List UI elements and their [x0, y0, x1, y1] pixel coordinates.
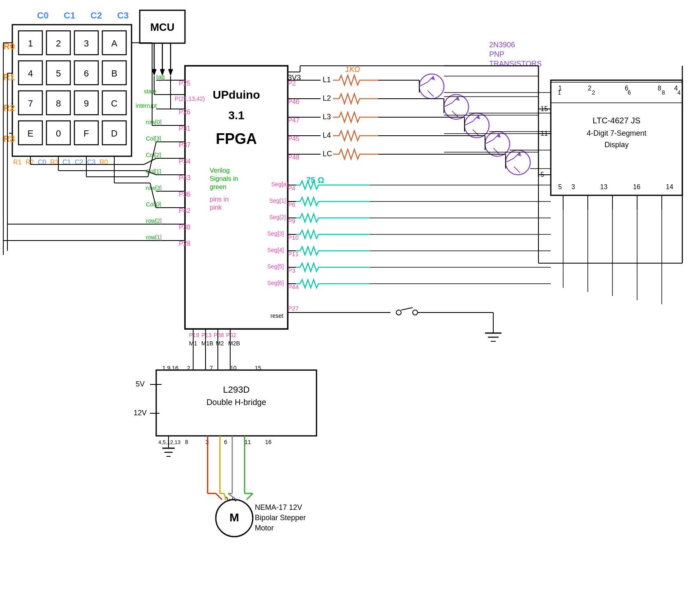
svg-text:5: 5 — [56, 68, 61, 79]
svg-text:1KΩ: 1KΩ — [345, 65, 360, 74]
svg-text:Seg[4]: Seg[4] — [267, 247, 284, 253]
svg-text:R1: R1 — [13, 159, 22, 166]
svg-text:P44: P44 — [288, 283, 299, 290]
svg-text:row[0]: row[0] — [146, 119, 162, 125]
svg-text:P46: P46 — [288, 98, 300, 105]
svg-text:Seg[1]: Seg[1] — [269, 197, 286, 204]
svg-text:R2: R2 — [3, 103, 15, 113]
svg-text:L4: L4 — [323, 131, 331, 139]
svg-text:8: 8 — [662, 89, 665, 96]
svg-text:Motor: Motor — [255, 524, 274, 532]
svg-text:P10: P10 — [288, 234, 299, 241]
svg-text:7: 7 — [28, 98, 33, 109]
svg-text:L2: L2 — [323, 94, 331, 102]
svg-text:Signals in: Signals in — [210, 175, 238, 182]
svg-text:P42: P42 — [179, 207, 191, 214]
svg-text:Display: Display — [604, 141, 628, 149]
svg-text:P34: P34 — [179, 158, 191, 165]
svg-text:Seg[5]: Seg[5] — [267, 263, 284, 270]
svg-text:2N3906: 2N3906 — [489, 41, 515, 49]
svg-text:L1: L1 — [323, 76, 331, 84]
svg-text:row[3]: row[3] — [146, 185, 162, 191]
svg-point-232 — [413, 310, 418, 315]
svg-text:P38: P38 — [214, 332, 224, 338]
svg-text:P25: P25 — [179, 80, 191, 87]
svg-text:12V: 12V — [134, 409, 147, 417]
svg-text:green: green — [210, 183, 226, 190]
svg-text:15: 15 — [255, 365, 261, 371]
svg-text:P28: P28 — [179, 240, 191, 247]
svg-text:Seg[3]: Seg[3] — [267, 230, 284, 237]
svg-text:reset: reset — [270, 313, 283, 319]
svg-text:P36: P36 — [179, 191, 191, 198]
svg-text:P11: P11 — [288, 250, 299, 257]
svg-text:P13: P13 — [201, 332, 212, 338]
svg-text:2: 2 — [592, 89, 595, 96]
svg-text:Verilog: Verilog — [210, 167, 230, 174]
svg-text:P9: P9 — [288, 218, 295, 225]
svg-text:TRANSISTORS: TRANSISTORS — [489, 60, 542, 68]
svg-text:P43: P43 — [179, 174, 191, 181]
svg-text:row[1]: row[1] — [146, 234, 162, 241]
svg-text:11: 11 — [245, 439, 251, 445]
svg-text:8: 8 — [56, 98, 61, 109]
svg-text:row[2]: row[2] — [146, 218, 162, 224]
svg-text:Seg[a]: Seg[a] — [271, 181, 288, 188]
svg-text:M2: M2 — [216, 340, 224, 347]
svg-text:1,9,16: 1,9,16 — [162, 365, 178, 371]
svg-text:A: A — [111, 38, 118, 49]
svg-text:5: 5 — [558, 183, 562, 190]
svg-text:pink: pink — [210, 204, 222, 211]
svg-text:4: 4 — [677, 89, 681, 96]
svg-text:C3: C3 — [117, 10, 129, 21]
svg-text:P(21,13,42): P(21,13,42) — [175, 95, 205, 102]
svg-text:13: 13 — [600, 183, 608, 190]
svg-text:2: 2 — [588, 85, 591, 92]
svg-rect-180 — [551, 80, 682, 195]
svg-text:C0: C0 — [37, 10, 49, 21]
svg-text:9: 9 — [84, 98, 89, 109]
svg-text:C1: C1 — [64, 10, 75, 21]
svg-text:6: 6 — [628, 89, 631, 96]
svg-text:C2: C2 — [90, 10, 102, 21]
svg-text:F: F — [83, 128, 89, 139]
svg-text:P6: P6 — [288, 201, 295, 208]
svg-text:tag: tag — [156, 73, 165, 80]
svg-text:R3: R3 — [3, 134, 15, 144]
svg-text:P4: P4 — [288, 185, 295, 192]
svg-text:P31: P31 — [179, 125, 191, 132]
svg-text:L3: L3 — [323, 113, 331, 121]
svg-text:B: B — [111, 68, 118, 79]
svg-text:4: 4 — [28, 68, 33, 79]
svg-text:1: 1 — [558, 89, 561, 96]
svg-text:3.1: 3.1 — [229, 109, 245, 122]
svg-text:P27: P27 — [288, 305, 299, 312]
svg-text:Double H-bridge: Double H-bridge — [206, 398, 266, 407]
svg-text:P45: P45 — [288, 135, 300, 142]
svg-text:P47: P47 — [288, 117, 300, 124]
svg-text:E: E — [28, 128, 34, 139]
svg-text:PNP: PNP — [489, 50, 504, 58]
svg-text:L293D: L293D — [223, 384, 250, 395]
svg-text:P19: P19 — [189, 332, 199, 338]
svg-text:pins in: pins in — [210, 196, 229, 203]
svg-text:7: 7 — [210, 365, 213, 371]
svg-text:2: 2 — [187, 365, 190, 371]
svg-text:LC: LC — [323, 150, 332, 158]
svg-text:Col[0]: Col[0] — [146, 201, 161, 208]
svg-text:2: 2 — [56, 38, 61, 49]
svg-text:0: 0 — [56, 128, 61, 139]
svg-text:Seg[6]: Seg[6] — [267, 280, 284, 286]
svg-text:8: 8 — [658, 85, 661, 92]
svg-text:1: 1 — [28, 38, 33, 49]
svg-text:6: 6 — [84, 68, 89, 79]
svg-text:UPduino: UPduino — [213, 88, 260, 101]
svg-text:Seg[2]: Seg[2] — [269, 214, 286, 220]
svg-text:P32: P32 — [226, 332, 236, 338]
svg-text:P37: P37 — [179, 141, 191, 148]
svg-text:5V: 5V — [136, 380, 145, 388]
svg-text:P48: P48 — [288, 154, 300, 161]
circuit-diagram: C0 C1 C2 C3 R0 R1 R2 R3 1 2 3 A 4 5 6 B … — [0, 0, 700, 595]
svg-text:LTC-4627 JS: LTC-4627 JS — [593, 116, 640, 125]
svg-text:interrupt: interrupt — [136, 102, 157, 109]
